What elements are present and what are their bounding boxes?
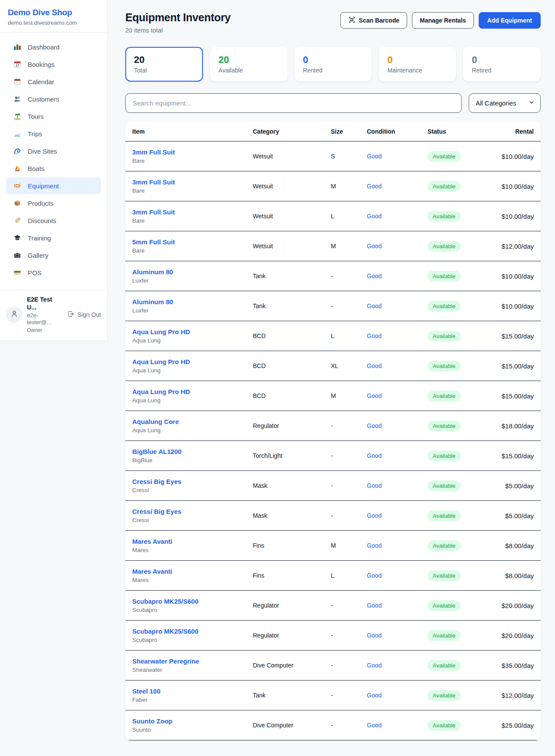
status-cell: Available — [428, 600, 497, 611]
condition-link[interactable]: Good — [367, 153, 428, 160]
condition-link[interactable]: Good — [367, 273, 428, 279]
stat-card[interactable]: 0 Retired — [463, 47, 541, 82]
table-row: 3mm Full Suit Bare Wetsuit L Good Availa… — [125, 201, 541, 231]
sidebar-item-label: Calendar — [28, 78, 54, 85]
item-name-link[interactable]: Aluminum 80 — [132, 268, 253, 276]
dive-sites-icon — [13, 147, 22, 155]
manage-rentals-button[interactable]: Manage Rentals — [412, 12, 474, 29]
item-name-link[interactable]: Shearwater Peregrine — [132, 657, 253, 665]
condition-link[interactable]: Good — [367, 332, 428, 339]
sidebar-item[interactable]: Training — [6, 230, 101, 246]
sidebar-item[interactable]: Dive Sites — [6, 143, 101, 159]
item-name-link[interactable]: 3mm Full Suit — [132, 178, 253, 186]
svg-text:17: 17 — [16, 64, 19, 67]
sidebar-item-label: Dashboard — [28, 43, 59, 51]
sidebar-item[interactable]: Boats — [6, 160, 101, 177]
size-cell: - — [331, 482, 367, 489]
item-name-link[interactable]: Aqua Lung Pro HD — [132, 328, 253, 335]
rental-price-cell: $20.00/day — [497, 602, 534, 609]
item-cell: 5mm Full Suit Bare — [132, 238, 253, 254]
stat-label: Total — [134, 67, 194, 74]
condition-link[interactable]: Good — [367, 422, 428, 429]
sign-out-button[interactable]: Sign Out — [67, 310, 101, 319]
sidebar-item[interactable]: Customers — [6, 91, 101, 107]
rental-price-cell: $10.00/day — [497, 273, 534, 280]
item-brand: Aqua Lung — [132, 337, 253, 344]
table-header-row: Item Category Size Condition Status Rent… — [125, 122, 541, 141]
sidebar-item[interactable]: 17 Bookings — [6, 56, 101, 72]
search-input[interactable] — [125, 93, 462, 113]
sidebar-item[interactable]: Discounts — [6, 212, 101, 229]
condition-link[interactable]: Good — [367, 542, 428, 549]
sidebar-item[interactable]: Products — [6, 195, 101, 211]
item-name-link[interactable]: Scubapro MK25/S600 — [132, 598, 253, 605]
stat-card[interactable]: 0 Maintenance — [379, 47, 456, 82]
condition-link[interactable]: Good — [367, 213, 428, 220]
sidebar-item[interactable]: Trips — [6, 125, 101, 142]
item-name-link[interactable]: Aqualung Core — [132, 418, 253, 425]
sidebar-item[interactable]: Tours — [6, 108, 101, 125]
condition-link[interactable]: Good — [367, 512, 428, 519]
condition-link[interactable]: Good — [367, 452, 428, 459]
condition-link[interactable]: Good — [367, 243, 428, 250]
item-name-link[interactable]: Steel 100 — [132, 687, 253, 695]
add-equipment-button[interactable]: Add Equipment — [479, 12, 541, 29]
category-cell: Dive Computer — [253, 662, 331, 669]
item-name-link[interactable]: Aqua Lung Pro HD — [132, 358, 253, 365]
item-name-link[interactable]: 3mm Full Suit — [132, 148, 253, 156]
item-cell: Scubapro MK25/S600 Scubapro — [132, 628, 253, 643]
status-cell: Available — [428, 301, 497, 312]
rental-price-cell: $20.00/day — [497, 632, 534, 639]
rental-price-cell: $15.00/day — [497, 392, 534, 400]
stat-value: 0 — [387, 54, 447, 66]
rental-price-cell: $18.00/day — [497, 422, 534, 430]
size-cell: - — [331, 632, 367, 639]
size-cell: - — [331, 422, 367, 429]
stats-row: 20 Total 20 Available 0 Rented 0 Mainten… — [125, 47, 541, 82]
stat-card[interactable]: 20 Available — [210, 47, 287, 82]
condition-link[interactable]: Good — [367, 602, 428, 609]
stat-card[interactable]: 20 Total — [125, 47, 203, 82]
item-name-link[interactable]: 5mm Full Suit — [132, 238, 253, 246]
condition-link[interactable]: Good — [367, 482, 428, 489]
item-name-link[interactable]: Mares Avanti — [132, 538, 253, 545]
item-name-link[interactable]: BigBlue AL1200 — [132, 448, 253, 455]
condition-link[interactable]: Good — [367, 362, 428, 369]
item-name-link[interactable]: Scubapro MK25/S600 — [132, 628, 253, 635]
item-name-link[interactable]: Aqua Lung Pro HD — [132, 388, 253, 395]
size-cell: L — [331, 213, 367, 220]
status-badge: Available — [428, 690, 461, 701]
table-row: Mares Avanti Mares Fins M Good Available… — [125, 531, 541, 561]
item-brand: Mares — [132, 547, 253, 553]
item-name-link[interactable]: 3mm Full Suit — [132, 208, 253, 216]
condition-link[interactable]: Good — [367, 722, 428, 729]
chevron-down-icon — [529, 99, 535, 107]
item-name-link[interactable]: Suunto Zoop — [132, 717, 253, 725]
brand-name[interactable]: Demo Dive Shop — [8, 8, 99, 17]
stat-card[interactable]: 0 Rented — [294, 47, 372, 82]
item-name-link[interactable]: Cressi Big Eyes — [132, 478, 253, 485]
table-row: Aqua Lung Pro HD Aqua Lung BCD M Good Av… — [125, 381, 541, 411]
status-badge: Available — [428, 241, 461, 252]
category-cell: Wetsuit — [253, 213, 331, 220]
sidebar-item[interactable]: Gallery — [6, 247, 101, 263]
sidebar-item[interactable]: Dashboard — [6, 39, 101, 55]
table-row: Aqua Lung Pro HD Aqua Lung BCD XL Good A… — [125, 351, 541, 381]
item-name-link[interactable]: Aluminum 80 — [132, 298, 253, 306]
item-cell: Mares Avanti Mares — [132, 538, 253, 553]
category-cell: Dive Computer — [253, 722, 331, 729]
condition-link[interactable]: Good — [367, 632, 428, 639]
item-name-link[interactable]: Cressi Big Eyes — [132, 508, 253, 515]
condition-link[interactable]: Good — [367, 302, 428, 309]
sidebar-item[interactable]: Equipment — [6, 177, 101, 194]
sidebar-item[interactable]: Calendar — [6, 73, 101, 90]
category-select[interactable]: All Categories — [469, 93, 541, 113]
condition-link[interactable]: Good — [367, 183, 428, 190]
condition-link[interactable]: Good — [367, 692, 428, 699]
sidebar-item[interactable]: POS — [6, 264, 101, 281]
item-name-link[interactable]: Mares Avanti — [132, 568, 253, 575]
scan-barcode-button[interactable]: Scan Barcode — [340, 12, 407, 29]
condition-link[interactable]: Good — [367, 572, 428, 579]
condition-link[interactable]: Good — [367, 392, 428, 399]
condition-link[interactable]: Good — [367, 662, 428, 669]
